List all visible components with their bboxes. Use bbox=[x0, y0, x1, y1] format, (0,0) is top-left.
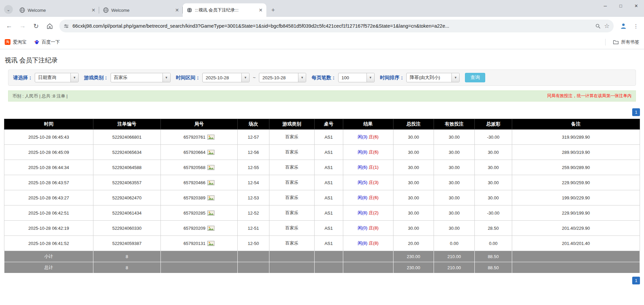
total-valid-bet: 210.00 bbox=[434, 262, 475, 273]
result-banker: 庄(6) bbox=[369, 195, 379, 200]
result-player: 闲(8) bbox=[358, 241, 368, 246]
round-number: 657920664 bbox=[183, 150, 205, 155]
cell-total-bet[interactable]: 30.00 bbox=[393, 175, 434, 190]
cell-total-bet[interactable]: 30.00 bbox=[393, 145, 434, 160]
bookmark-aitaobao[interactable]: 淘 爱淘宝 bbox=[5, 39, 27, 45]
url-text[interactable]: 66cxkj98.com/ipl/portal.php/game/betreco… bbox=[72, 23, 592, 29]
tab-welcome-1[interactable]: Welcome ✕ bbox=[16, 3, 99, 17]
cell-round-no: 657920664 bbox=[160, 145, 237, 160]
tab-search-button[interactable]: ⌄ bbox=[4, 5, 13, 14]
result-player: 闲(6) bbox=[358, 165, 368, 170]
cell-result: 闲(0)庄(8) bbox=[343, 221, 393, 236]
cell-bet-no: 522924060330 bbox=[93, 221, 160, 236]
col-bet-no: 注单编号 bbox=[93, 119, 160, 130]
round-result-image-icon[interactable] bbox=[207, 180, 214, 185]
chevron-down-icon[interactable]: ▼ bbox=[451, 73, 459, 82]
col-payout: 总派彩 bbox=[474, 119, 512, 130]
cell-valid-bet: 30.00 bbox=[434, 130, 475, 145]
result-player: 闲(3) bbox=[358, 134, 368, 139]
cell-payout: -30.00 bbox=[474, 130, 512, 145]
result-banker: 庄(6) bbox=[369, 149, 379, 155]
round-result-image-icon[interactable] bbox=[207, 165, 214, 170]
col-round-no: 局号 bbox=[160, 119, 237, 130]
tab-title: :::视讯 会员下注纪录::: bbox=[195, 7, 255, 13]
cell-total-bet[interactable]: 30.00 bbox=[393, 221, 434, 236]
cell-result: 闲(6)庄(1) bbox=[343, 160, 393, 175]
round-result-image-icon[interactable] bbox=[207, 135, 214, 140]
round-result-image-icon[interactable] bbox=[207, 241, 214, 246]
forward-button[interactable]: → bbox=[17, 20, 28, 32]
col-valid-bet: 有效投注 bbox=[434, 119, 475, 130]
round-result-image-icon[interactable] bbox=[207, 150, 214, 155]
pagination-bottom: 1 bbox=[4, 277, 640, 284]
chevron-down-icon[interactable]: ▼ bbox=[163, 73, 170, 82]
all-bookmarks-label: 所有书签 bbox=[621, 39, 639, 45]
cell-result: 闲(8)庄(2) bbox=[343, 205, 393, 221]
address-bar[interactable]: 66cxkj98.com/ipl/portal.php/game/betreco… bbox=[59, 20, 614, 32]
tab-bet-record[interactable]: :::视讯 会员下注纪录::: ✕ bbox=[183, 3, 266, 17]
date-to-input[interactable]: 2025-10-28 ▼ bbox=[259, 73, 306, 82]
filter-bar: 请选择： 日期查询 ▼ 游戏类别： 百家乐 ▼ 时间区间： 2025-10-28… bbox=[8, 70, 636, 86]
tab-close-icon[interactable]: ✕ bbox=[90, 7, 96, 13]
bookmark-star-icon[interactable]: ☆ bbox=[604, 22, 610, 30]
cell-total-bet[interactable]: 20.00 bbox=[393, 236, 434, 251]
round-number: 657920568 bbox=[183, 165, 205, 170]
cell-total-bet[interactable]: 30.00 bbox=[393, 130, 434, 145]
round-result-image-icon[interactable] bbox=[207, 226, 214, 231]
summary-bar: 币别 : 人民币 | 总共 :8 注单 | 同局有效投注，统一计算在该局第一张注… bbox=[8, 90, 636, 102]
close-window-button[interactable]: ✕ bbox=[628, 0, 644, 11]
chevron-down-icon[interactable]: ▼ bbox=[367, 73, 374, 82]
chevron-down-icon[interactable]: ▼ bbox=[70, 73, 78, 82]
tab-welcome-2[interactable]: Welcome ✕ bbox=[99, 3, 183, 17]
site-info-icon[interactable] bbox=[63, 23, 69, 29]
subtotal-valid-bet: 210.00 bbox=[434, 251, 475, 262]
reload-button[interactable]: ↻ bbox=[30, 20, 42, 32]
subtotal-row: 小计 8 230.00 210.00 88.50 bbox=[4, 251, 640, 262]
home-button[interactable] bbox=[44, 20, 55, 32]
all-bookmarks-button[interactable]: 所有书签 bbox=[613, 39, 639, 45]
page-size-dropdown[interactable]: 100 ▼ bbox=[338, 73, 375, 82]
total-count: 8 bbox=[93, 262, 160, 273]
cell-bet-no: 522924066801 bbox=[93, 130, 160, 145]
col-game-type: 游戏类别 bbox=[269, 119, 315, 130]
cell-session: 12-52 bbox=[237, 205, 269, 221]
round-result-image-icon[interactable] bbox=[207, 195, 214, 200]
profile-avatar-icon[interactable] bbox=[618, 20, 629, 32]
result-banker: 庄(6) bbox=[369, 134, 379, 139]
cell-total-bet[interactable]: 30.00 bbox=[393, 160, 434, 175]
sort-dropdown[interactable]: 降幂(由大到小) ▼ bbox=[406, 73, 460, 82]
query-button[interactable]: 查询 bbox=[465, 73, 485, 82]
maximize-button[interactable]: □ bbox=[613, 0, 628, 11]
cell-valid-bet: 30.00 bbox=[434, 190, 475, 205]
table-row: 2025-10-28 06:42:19522924060330657920209… bbox=[4, 221, 640, 236]
cell-round-no: 657920466 bbox=[160, 175, 237, 190]
page-title: 视讯 会员下注纪录 bbox=[5, 56, 639, 65]
chevron-down-icon[interactable]: ▼ bbox=[241, 73, 249, 82]
tab-close-icon[interactable]: ✕ bbox=[174, 7, 180, 13]
round-number: 657920209 bbox=[183, 226, 205, 231]
minimize-button[interactable]: ─ bbox=[597, 0, 613, 11]
result-banker: 庄(8) bbox=[369, 225, 379, 230]
col-session: 场次 bbox=[237, 119, 269, 130]
cell-valid-bet: 0.00 bbox=[434, 236, 475, 251]
page-1-button[interactable]: 1 bbox=[632, 108, 640, 116]
tab-close-icon[interactable]: ✕ bbox=[258, 7, 264, 13]
query-type-dropdown[interactable]: 日期查询 ▼ bbox=[35, 73, 79, 82]
cell-total-bet[interactable]: 30.00 bbox=[393, 205, 434, 221]
page-1-button[interactable]: 1 bbox=[632, 277, 640, 284]
table-row: 2025-10-28 06:41:52522924059387657920131… bbox=[4, 236, 640, 251]
new-tab-button[interactable]: + bbox=[268, 5, 278, 15]
round-result-image-icon[interactable] bbox=[207, 211, 214, 216]
date-from-input[interactable]: 2025-10-28 ▼ bbox=[202, 73, 250, 82]
browser-menu-icon[interactable]: ⋮ bbox=[631, 20, 641, 32]
zoom-icon[interactable] bbox=[595, 23, 601, 29]
game-type-dropdown[interactable]: 百家乐 ▼ bbox=[111, 73, 171, 82]
result-player: 闲(5) bbox=[358, 180, 368, 185]
bookmark-baidu[interactable]: 百度一下 bbox=[34, 39, 60, 45]
chevron-down-icon[interactable]: ▼ bbox=[298, 73, 306, 82]
round-number: 657920131 bbox=[183, 241, 205, 246]
cell-round-no: 657920131 bbox=[160, 236, 237, 251]
cell-total-bet[interactable]: 30.00 bbox=[393, 190, 434, 205]
back-button[interactable]: ← bbox=[3, 20, 15, 32]
pagination-top: 1 bbox=[4, 108, 640, 116]
